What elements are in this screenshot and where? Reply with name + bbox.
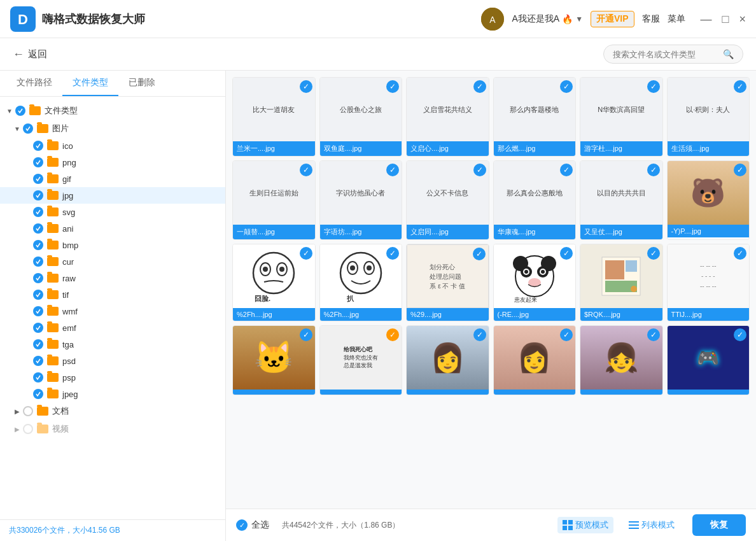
tree-item-cur[interactable]: cur bbox=[0, 253, 225, 270]
tree-item-psd[interactable]: psd bbox=[0, 353, 225, 369]
tree-item-wmf[interactable]: wmf bbox=[0, 303, 225, 320]
file-check-4[interactable]: ✓ bbox=[560, 80, 573, 93]
maximize-btn[interactable]: □ bbox=[722, 13, 729, 25]
file-card-scribble[interactable]: ✓ -- -- -- - - - - -- -- -- TTlJ....jpg bbox=[667, 244, 750, 321]
file-card-11[interactable]: ✓ 以目的共共共目 又呈仗....jpg bbox=[580, 160, 663, 240]
file-check-10[interactable]: ✓ bbox=[560, 164, 573, 176]
checkbox-tga[interactable] bbox=[33, 339, 43, 349]
file-card-2[interactable]: ✓ 公股鱼心之旅 双鱼庭....jpg bbox=[319, 77, 403, 157]
search-icon[interactable]: 🔍 bbox=[723, 49, 734, 59]
checkbox-jpeg[interactable] bbox=[33, 389, 43, 399]
file-check-cat[interactable]: ✓ bbox=[300, 328, 312, 341]
menu-btn[interactable]: 菜单 bbox=[668, 13, 685, 25]
tree-item-tif[interactable]: tif bbox=[0, 286, 225, 303]
file-card-kumamon[interactable]: ✓ 🐻 -Y)P....jpg bbox=[667, 160, 750, 240]
file-check-11[interactable]: ✓ bbox=[647, 164, 660, 176]
file-check-meme2[interactable]: ✓ bbox=[386, 247, 399, 260]
tree-item-bmp[interactable]: bmp bbox=[0, 237, 225, 253]
checkbox-wmf[interactable] bbox=[33, 306, 43, 316]
file-check-dark[interactable]: ✓ bbox=[734, 328, 746, 341]
file-check-girl2[interactable]: ✓ bbox=[560, 328, 573, 341]
file-card-5[interactable]: ✓ N华数滨高回望 游字杜....jpg bbox=[580, 77, 663, 157]
file-card-10[interactable]: ✓ 那么真会公惠般地 华康魂....jpg bbox=[493, 160, 577, 240]
file-card-3[interactable]: ✓ 义启雪花共结义 义启心....jpg bbox=[406, 77, 489, 157]
checkbox-emf[interactable] bbox=[33, 323, 43, 333]
close-btn[interactable]: × bbox=[739, 13, 746, 25]
checkbox-bmp[interactable] bbox=[33, 240, 43, 250]
checkbox-docs[interactable] bbox=[23, 406, 33, 416]
checkbox-filetype[interactable] bbox=[15, 106, 25, 116]
checkbox-cur[interactable] bbox=[33, 256, 43, 267]
checkbox-jpg[interactable] bbox=[33, 190, 43, 200]
file-card-6[interactable]: ✓ 以·积则：夫人 生活须....jpg bbox=[667, 77, 750, 157]
file-check-9[interactable]: ✓ bbox=[473, 164, 486, 176]
file-check-note[interactable]: ✓ bbox=[473, 248, 486, 260]
minimize-btn[interactable]: — bbox=[701, 13, 712, 25]
file-card-note[interactable]: ✓ 划分死心 处理总问题 系 ε 不 卡 值 %29....jpg bbox=[406, 244, 489, 321]
file-check-8[interactable]: ✓ bbox=[386, 164, 399, 176]
file-card-meme1[interactable]: ✓ 囧脸. %2Fh....jpg bbox=[232, 244, 316, 321]
file-check-6[interactable]: ✓ bbox=[734, 80, 746, 93]
tree-item-gif[interactable]: gif bbox=[0, 171, 225, 187]
file-card-girl1[interactable]: ✓ 👩 bbox=[406, 325, 489, 395]
file-check-scribble[interactable]: ✓ bbox=[734, 247, 746, 260]
file-card-girl2[interactable]: ✓ 👩 bbox=[493, 325, 577, 395]
checkbox-gif[interactable] bbox=[33, 174, 43, 184]
file-card-panda[interactable]: ✓ 患友起来 bbox=[493, 244, 577, 321]
tree-item-video[interactable]: ▶ 视频 bbox=[0, 420, 225, 438]
file-card-meme2[interactable]: ✓ 扒 %2Fh....jpg bbox=[319, 244, 403, 321]
file-check-meme1[interactable]: ✓ bbox=[300, 247, 312, 260]
user-dropdown-arrow[interactable]: ▼ bbox=[575, 15, 583, 24]
file-check-girl3[interactable]: ✓ bbox=[647, 328, 660, 341]
file-card-8[interactable]: ✓ 字识坊他虽心者 字语坊....jpg bbox=[319, 160, 403, 240]
search-box[interactable]: 🔍 bbox=[603, 45, 743, 64]
tree-item-raw[interactable]: raw bbox=[0, 270, 225, 286]
file-check-panda[interactable]: ✓ bbox=[560, 247, 573, 260]
tree-item-images[interactable]: ▼ 图片 bbox=[0, 120, 225, 137]
tab-file-path[interactable]: 文件路径 bbox=[6, 71, 62, 96]
restore-button[interactable]: 恢复 bbox=[692, 514, 746, 536]
tree-item-psp[interactable]: psp bbox=[0, 369, 225, 386]
file-card-dark[interactable]: ✓ 🎮 bbox=[667, 325, 750, 395]
file-check-kumamon[interactable]: ✓ bbox=[734, 164, 746, 176]
list-mode-btn[interactable]: 列表模式 bbox=[624, 517, 680, 533]
checkbox-ani[interactable] bbox=[33, 223, 43, 234]
checkbox-svg[interactable] bbox=[33, 207, 43, 217]
file-check-painting[interactable]: ✓ bbox=[647, 247, 660, 260]
checkbox-png[interactable] bbox=[33, 157, 43, 167]
tree-item-docs[interactable]: ▶ 文档 bbox=[0, 402, 225, 420]
tree-item-jpg[interactable]: jpg bbox=[0, 187, 225, 204]
tree-item-ani[interactable]: ani bbox=[0, 220, 225, 237]
checkbox-psp[interactable] bbox=[33, 372, 43, 383]
tree-item-svg[interactable]: svg bbox=[0, 204, 225, 220]
search-input[interactable] bbox=[613, 50, 723, 59]
file-card-girl3[interactable]: ✓ 👧 bbox=[580, 325, 663, 395]
file-card-painting[interactable]: ✓ $RQK....jpg bbox=[580, 244, 663, 321]
file-check-poster[interactable]: ✓ bbox=[386, 328, 399, 341]
tab-file-type[interactable]: 文件类型 bbox=[62, 71, 118, 96]
tree-item-ico[interactable]: ico bbox=[0, 137, 225, 154]
file-card-4[interactable]: ✓ 那么内客题楼地 那么燃....jpg bbox=[493, 77, 577, 157]
checkbox-tif[interactable] bbox=[33, 290, 43, 300]
file-check-1[interactable]: ✓ bbox=[300, 80, 312, 93]
select-all-btn[interactable]: ✓ 全选 bbox=[236, 519, 269, 531]
checkbox-ico[interactable] bbox=[33, 141, 43, 151]
file-check-7[interactable]: ✓ bbox=[300, 164, 312, 176]
back-button[interactable]: ← 返回 bbox=[13, 48, 47, 61]
checkbox-raw[interactable] bbox=[33, 273, 43, 283]
tree-item-filetype[interactable]: ▼ 文件类型 bbox=[0, 102, 225, 120]
customer-service-btn[interactable]: 客服 bbox=[642, 13, 660, 25]
file-card-1[interactable]: ✓ 比大一道胡友 兰米一....jpg bbox=[232, 77, 316, 157]
preview-mode-btn[interactable]: 预览模式 bbox=[557, 517, 613, 533]
file-check-5[interactable]: ✓ bbox=[647, 80, 660, 93]
file-card-9[interactable]: ✓ 公义不卡信息 义启同....jpg bbox=[406, 160, 489, 240]
tree-item-tga[interactable]: tga bbox=[0, 336, 225, 353]
tree-item-emf[interactable]: emf bbox=[0, 320, 225, 336]
tab-deleted[interactable]: 已删除 bbox=[118, 71, 165, 96]
tree-item-jpeg[interactable]: jpeg bbox=[0, 386, 225, 402]
file-card-cat[interactable]: ✓ 🐱 bbox=[232, 325, 316, 395]
file-check-girl1[interactable]: ✓ bbox=[473, 328, 486, 341]
tree-item-png[interactable]: png bbox=[0, 154, 225, 171]
vip-button[interactable]: 开通VIP bbox=[591, 11, 634, 27]
checkbox-psd[interactable] bbox=[33, 356, 43, 366]
